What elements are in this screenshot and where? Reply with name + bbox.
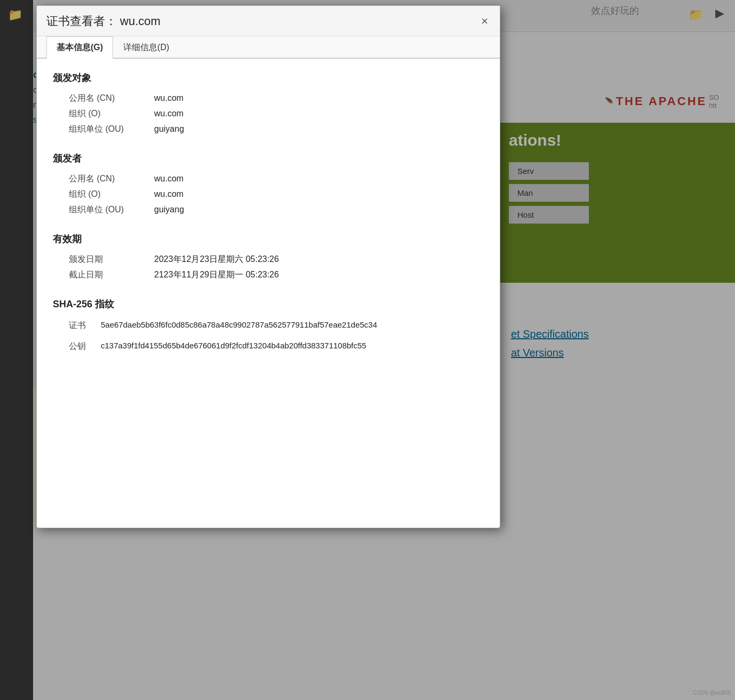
validity-issue-row: 颁发日期 2023年12月23日星期六 05:23:26 [53, 254, 484, 265]
issued-by-ou-row: 组织单位 (OU) guiyang [53, 204, 484, 216]
issued-to-section: 颁发对象 公用名 (CN) wu.com 组织 (O) wu.com 组织单位 … [53, 71, 484, 135]
validity-issue-label: 颁发日期 [69, 254, 154, 265]
issued-to-ou-row: 组织单位 (OU) guiyang [53, 124, 484, 135]
dialog-content: 颁发对象 公用名 (CN) wu.com 组织 (O) wu.com 组织单位 … [37, 59, 500, 528]
issued-by-o-value: wu.com [154, 189, 183, 199]
sha256-section: SHA-256 指纹 证书 5ae67daeb5b63f6fc0d85c86a7… [53, 298, 484, 352]
dialog-tabs: 基本信息(G) 详细信息(D) [37, 36, 500, 59]
certificate-dialog: 证书查看者： wu.com × 基本信息(G) 详细信息(D) 颁发对象 公用名… [36, 5, 500, 528]
issued-to-cn-value: wu.com [154, 93, 183, 103]
validity-issue-value: 2023年12月23日星期六 05:23:26 [154, 254, 279, 265]
sha256-pubkey-label: 公钥 [69, 340, 101, 352]
sha256-title: SHA-256 指纹 [53, 298, 484, 311]
sha256-cert-label: 证书 [69, 319, 101, 331]
issued-by-cn-label: 公用名 (CN) [69, 173, 154, 185]
issued-to-o-value: wu.com [154, 109, 183, 118]
sha256-cert-row: 证书 5ae67daeb5b63f6fc0d85c86a78a48c990278… [53, 319, 484, 331]
validity-expire-row: 截止日期 2123年11月29日星期一 05:23:26 [53, 269, 484, 281]
validity-title: 有效期 [53, 233, 484, 245]
issued-to-o-row: 组织 (O) wu.com [53, 108, 484, 120]
issued-to-o-label: 组织 (O) [69, 108, 154, 120]
youre-text: ou're [33, 141, 63, 154]
issued-to-cn-label: 公用名 (CN) [69, 93, 154, 104]
tab-detail-info[interactable]: 详细信息(D) [113, 36, 179, 59]
issued-by-section: 颁发者 公用名 (CN) wu.com 组织 (O) wu.com 组织单位 (… [53, 152, 484, 216]
issued-to-ou-label: 组织单位 (OU) [69, 124, 154, 135]
sha256-cert-value: 5ae67daeb5b63f6fc0d85c86a78a48c9902787a5… [101, 319, 377, 331]
issued-by-o-label: 组织 (O) [69, 189, 154, 200]
sha256-pubkey-value: c137a39f1fd4155d65b4de676061d9f2fcdf1320… [101, 340, 366, 352]
validity-expire-value: 2123年11月29日星期一 05:23:26 [154, 269, 279, 281]
issued-by-cn-value: wu.com [154, 174, 183, 184]
issued-by-ou-value: guiyang [154, 205, 184, 214]
sha256-pubkey-row: 公钥 c137a39f1fd4155d65b4de676061d9f2fcdf1… [53, 340, 484, 352]
issued-to-title: 颁发对象 [53, 71, 484, 84]
issued-by-cn-row: 公用名 (CN) wu.com [53, 173, 484, 185]
issued-to-ou-value: guiyang [154, 124, 184, 134]
tab-basic-info[interactable]: 基本信息(G) [46, 36, 113, 59]
validity-expire-label: 截止日期 [69, 269, 154, 281]
issued-by-ou-label: 组织单位 (OU) [69, 204, 154, 216]
issued-by-title: 颁发者 [53, 152, 484, 165]
dialog-close-button[interactable]: × [479, 15, 490, 27]
dialog-titlebar: 证书查看者： wu.com × [37, 6, 500, 36]
issued-by-o-row: 组织 (O) wu.com [53, 189, 484, 200]
issued-to-cn-row: 公用名 (CN) wu.com [53, 93, 484, 104]
validity-section: 有效期 颁发日期 2023年12月23日星期六 05:23:26 截止日期 21… [53, 233, 484, 281]
dialog-title: 证书查看者： wu.com [46, 13, 161, 29]
